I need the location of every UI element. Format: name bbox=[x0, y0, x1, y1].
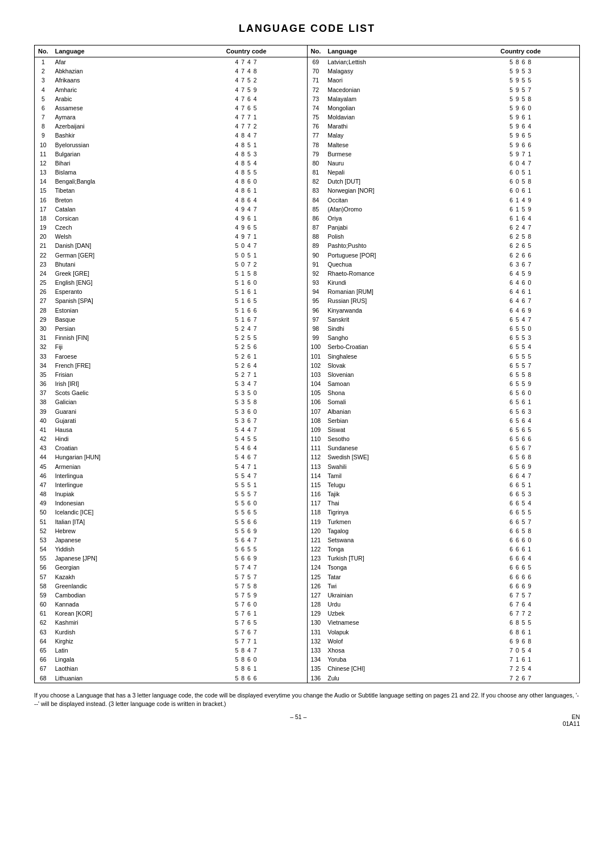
row-code: 4 7 7 1 bbox=[186, 113, 307, 122]
row-code: 5 4 5 5 bbox=[186, 434, 307, 443]
page-footer: – 51 – EN 01A11 bbox=[34, 713, 580, 727]
row-language: Persian bbox=[52, 324, 186, 333]
row-language: Sanskrit bbox=[324, 315, 462, 324]
row-number: 96 bbox=[308, 306, 325, 315]
table-row: 7Aymara4 7 7 1 bbox=[35, 113, 307, 122]
table-row: 45Armenian5 4 7 1 bbox=[35, 462, 307, 471]
row-language: Amharic bbox=[52, 85, 186, 94]
row-number: 8 bbox=[35, 122, 52, 131]
row-code: 6 5 6 9 bbox=[462, 462, 579, 471]
row-language: German [GER] bbox=[52, 251, 186, 260]
row-number: 20 bbox=[35, 232, 52, 241]
row-number: 125 bbox=[308, 572, 325, 582]
row-number: 74 bbox=[308, 103, 325, 113]
row-language: Turkish [TUR] bbox=[324, 554, 462, 563]
row-language: Turkmen bbox=[324, 517, 462, 526]
row-language: Pashto;Pushto bbox=[324, 241, 462, 250]
row-code: 6 4 6 7 bbox=[462, 296, 579, 305]
table-row: 83Norwegian [NOR]6 0 6 1 bbox=[308, 186, 580, 195]
row-number: 135 bbox=[308, 664, 325, 673]
table-row: 118Tigrinya6 6 5 5 bbox=[308, 508, 580, 517]
row-language: Serbian bbox=[324, 416, 462, 425]
row-number: 120 bbox=[308, 526, 325, 535]
table-row: 43Croatian5 4 6 4 bbox=[35, 443, 307, 452]
row-number: 59 bbox=[35, 591, 52, 600]
row-language: Bengali;Bangla bbox=[52, 177, 186, 186]
row-code: 5 7 6 1 bbox=[186, 609, 307, 618]
row-code: 4 8 5 4 bbox=[186, 159, 307, 168]
row-number: 44 bbox=[35, 452, 52, 462]
table-row: 41Hausa5 4 4 7 bbox=[35, 425, 307, 434]
row-language: Japanese [JPN] bbox=[52, 554, 186, 563]
row-language: Arabic bbox=[52, 94, 186, 103]
row-language: Chinese [CHI] bbox=[324, 664, 462, 673]
row-language: Greek [GRE] bbox=[52, 269, 186, 278]
table-row: 73Malayalam5 9 5 8 bbox=[308, 94, 580, 103]
row-code: 6 5 6 5 bbox=[462, 425, 579, 434]
row-code: 5 3 4 7 bbox=[186, 379, 307, 388]
row-language: Welsh bbox=[52, 232, 186, 241]
table-row: 6Assamese4 7 6 5 bbox=[35, 103, 307, 113]
table-row: 82Dutch [DUT]6 0 5 8 bbox=[308, 177, 580, 186]
row-code: 5 9 5 5 bbox=[462, 76, 579, 85]
row-language: Rhaeto-Romance bbox=[324, 269, 462, 278]
table-row: 48Inupiak5 5 5 7 bbox=[35, 489, 307, 499]
row-code: 6 4 5 9 bbox=[462, 269, 579, 278]
row-number: 111 bbox=[308, 443, 325, 452]
row-number: 122 bbox=[308, 545, 325, 554]
row-number: 128 bbox=[308, 600, 325, 609]
row-language: Galician bbox=[52, 397, 186, 406]
row-number: 80 bbox=[308, 159, 325, 168]
table-row: 18Corsican4 9 6 1 bbox=[35, 214, 307, 223]
table-row: 54Yiddish5 6 5 5 bbox=[35, 545, 307, 554]
row-code: 4 7 5 2 bbox=[186, 76, 307, 85]
row-language: Vietnamese bbox=[324, 618, 462, 627]
table-row: 81Nepali6 0 5 1 bbox=[308, 168, 580, 177]
row-number: 93 bbox=[308, 278, 325, 287]
row-code: 5 7 6 7 bbox=[186, 628, 307, 637]
table-row: 67Laothian5 8 6 1 bbox=[35, 664, 307, 673]
table-row: 110Sesotho6 5 6 6 bbox=[308, 434, 580, 443]
table-row: 69Latvian;Lettish5 8 6 8 bbox=[308, 57, 580, 67]
table-row: 60Kannada5 7 6 0 bbox=[35, 600, 307, 609]
row-number: 37 bbox=[35, 388, 52, 397]
row-code: 4 7 7 2 bbox=[186, 122, 307, 131]
row-number: 45 bbox=[35, 462, 52, 471]
row-number: 33 bbox=[35, 352, 52, 361]
row-code: 5 1 5 8 bbox=[186, 269, 307, 278]
table-row: 40Gujarati5 3 6 7 bbox=[35, 416, 307, 425]
right-col-code: Country code bbox=[462, 45, 579, 57]
row-number: 87 bbox=[308, 223, 325, 232]
row-number: 5 bbox=[35, 94, 52, 103]
row-code: 4 7 6 4 bbox=[186, 94, 307, 103]
table-row: 97Sanskrit6 5 4 7 bbox=[308, 315, 580, 324]
right-col-language: Language bbox=[324, 45, 462, 57]
table-row: 44Hungarian [HUN]5 4 6 7 bbox=[35, 452, 307, 462]
table-row: 55Japanese [JPN]5 6 6 9 bbox=[35, 554, 307, 563]
row-language: Georgian bbox=[52, 563, 186, 572]
row-language: Armenian bbox=[52, 462, 186, 471]
row-code: 4 8 5 3 bbox=[186, 149, 307, 159]
row-number: 118 bbox=[308, 508, 325, 517]
row-language: Maori bbox=[324, 76, 462, 85]
row-language: Volapuk bbox=[324, 628, 462, 637]
row-code: 6 6 5 1 bbox=[462, 480, 579, 489]
row-code: 5 5 6 5 bbox=[186, 508, 307, 517]
row-language: Thai bbox=[324, 499, 462, 508]
row-code: 4 8 4 7 bbox=[186, 131, 307, 140]
row-language: Croatian bbox=[52, 443, 186, 452]
table-row: 39Guarani5 3 6 0 bbox=[35, 407, 307, 416]
row-code: 6 5 6 0 bbox=[462, 388, 579, 397]
table-row: 70Malagasy5 9 5 3 bbox=[308, 67, 580, 76]
row-number: 36 bbox=[35, 379, 52, 388]
table-row: 89Pashto;Pushto6 2 6 5 bbox=[308, 241, 580, 250]
left-col-code: Country code bbox=[186, 45, 307, 57]
row-language: Ukrainian bbox=[324, 591, 462, 600]
row-language: Urdu bbox=[324, 600, 462, 609]
row-language: Frisian bbox=[52, 370, 186, 379]
row-language: Catalan bbox=[52, 205, 186, 214]
table-row: 12Bihari4 8 5 4 bbox=[35, 159, 307, 168]
row-number: 88 bbox=[308, 232, 325, 241]
table-row: 130Vietnamese6 8 5 5 bbox=[308, 618, 580, 627]
row-code: 5 9 7 1 bbox=[462, 149, 579, 159]
